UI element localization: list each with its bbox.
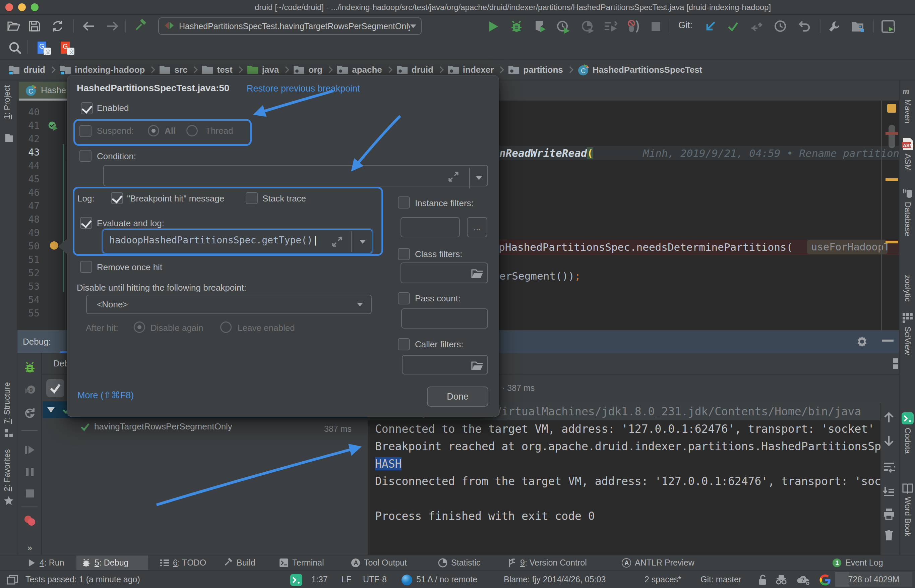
git-commit-button[interactable] [727, 20, 739, 33]
tool-button-build[interactable]: Build [218, 556, 260, 570]
changes-summary[interactable]: 51 Δ / no remote [416, 575, 477, 584]
tool-button-favorites[interactable]: 2: Favorites [2, 449, 12, 491]
breadcrumb-folder[interactable]: test [202, 65, 232, 75]
more-settings-link[interactable]: More (⇧⌘F8) [77, 390, 134, 401]
close-window-button[interactable] [5, 3, 13, 11]
blame-info[interactable]: Blame: fjy 2014/4/26, 05:03 [504, 575, 606, 584]
tool-button-wordbook[interactable]: Word Book [900, 483, 915, 536]
git-branch[interactable]: Git: master [700, 575, 741, 584]
soft-wrap-icon[interactable] [881, 459, 896, 474]
expand-icon[interactable] [448, 171, 459, 183]
test-tree-row[interactable]: havingTargetRowsPerSegmentOnly [79, 422, 232, 432]
tool-button-tool-output[interactable]: A Tool Output [346, 556, 412, 570]
rerun-debugger-icon[interactable]: 9 [23, 384, 37, 398]
tool-button-terminal[interactable]: Terminal [274, 556, 328, 570]
breadcrumb-module[interactable]: indexing-hadoop [59, 65, 145, 75]
project-structure-icon[interactable] [850, 19, 865, 34]
search-icon[interactable] [8, 41, 22, 55]
tool-button-project[interactable]: 1: Project [2, 85, 12, 119]
pass-count-checkbox[interactable] [398, 292, 410, 304]
disable-until-select[interactable]: <None> [86, 295, 372, 314]
forward-icon[interactable] [106, 20, 119, 32]
instance-filters-checkbox[interactable] [398, 197, 410, 208]
chevron-down-icon[interactable] [476, 176, 482, 180]
tool-button-debug[interactable]: 5: Debug [76, 556, 148, 570]
breadcrumb-module[interactable]: druid [8, 65, 45, 75]
done-button[interactable]: Done [427, 386, 488, 407]
open-file-icon[interactable] [7, 20, 20, 32]
editor-scrollbar-thumb[interactable] [889, 125, 895, 148]
tool-button-version-control[interactable]: 9: Version Control [503, 556, 592, 570]
history-icon[interactable] [773, 19, 787, 33]
instance-filters-more-button[interactable]: ... [467, 217, 487, 237]
warning-stripe-mark[interactable] [886, 241, 898, 243]
tool-button-antlr[interactable]: A ANTLR Preview [617, 556, 699, 570]
codota-status-icon[interactable] [290, 573, 303, 586]
git-update-button[interactable] [704, 20, 717, 33]
run-test-gutter-icon[interactable] [48, 121, 58, 131]
breadcrumb-package[interactable]: partitions [508, 65, 563, 75]
settings-wrench-icon[interactable] [827, 19, 841, 34]
breadcrumb-package[interactable]: indexer [447, 65, 494, 75]
remove-once-hit-checkbox[interactable] [80, 261, 92, 273]
maximize-window-button[interactable] [31, 3, 39, 11]
enabled-checkbox[interactable] [81, 102, 93, 114]
tool-button-database[interactable]: Database [900, 188, 915, 236]
tool-button-run[interactable]: 4: Run [22, 556, 69, 570]
run-configuration-select[interactable]: HashedPartitionsSpecTest.havingTargetRow… [158, 18, 422, 35]
breadcrumb-folder[interactable]: src [159, 65, 187, 75]
inspection-status-square[interactable] [887, 104, 896, 113]
scroll-up-icon[interactable] [881, 410, 896, 425]
caller-filters-checkbox[interactable] [398, 338, 410, 351]
tool-button-statistic[interactable]: Statistic [433, 556, 485, 570]
undo-icon[interactable] [797, 19, 811, 33]
memory-indicator[interactable]: 728 of 4029M [835, 572, 912, 586]
caret-position[interactable]: 1:37 [311, 575, 328, 584]
incognito-dictionary-icon[interactable] [775, 574, 788, 586]
breadcrumb-package[interactable]: druid [396, 65, 433, 75]
tree-expand-triangle[interactable] [46, 405, 56, 414]
tool-button-zoolytic[interactable]: zoolytic [900, 275, 915, 302]
disable-again-radio[interactable] [134, 321, 145, 333]
tool-button-structure[interactable]: 7: Structure [2, 382, 12, 424]
changes-sphere-icon[interactable] [401, 574, 413, 586]
instance-filters-input[interactable] [400, 217, 460, 237]
toggle-toolwindows-icon[interactable] [7, 575, 18, 585]
condition-checkbox[interactable] [79, 150, 92, 162]
line-separator[interactable]: LF [342, 575, 351, 584]
preview-run-icon[interactable] [881, 19, 896, 34]
warning-stripe-mark[interactable] [886, 178, 898, 181]
caller-filters-input[interactable] [402, 355, 488, 375]
tool-button-sciview[interactable]: SciView [900, 312, 915, 355]
rerun-icon[interactable] [23, 407, 37, 421]
indent-info[interactable]: 2 spaces* [644, 575, 681, 584]
condition-input[interactable] [103, 165, 488, 186]
debug-button[interactable] [510, 19, 523, 34]
cloud-config-icon[interactable]: ? [796, 574, 811, 586]
hide-tool-window-icon[interactable] [882, 339, 894, 342]
class-filters-checkbox[interactable] [398, 248, 410, 260]
tool-button-asm[interactable]: ASM ASM [900, 137, 915, 171]
unlocked-icon[interactable] [757, 574, 768, 586]
translate-red-icon[interactable]: G文 [59, 40, 76, 57]
status-message[interactable]: Tests passed: 1 (a minute ago) [26, 575, 140, 584]
clear-console-icon[interactable] [881, 528, 896, 543]
build-hammer-icon[interactable] [133, 19, 148, 34]
toolbar-checkbox-icon[interactable] [46, 379, 65, 397]
class-filters-input[interactable] [400, 262, 488, 283]
profiler-button[interactable] [557, 19, 570, 34]
browse-folder-icon[interactable] [471, 268, 483, 279]
leave-enabled-radio[interactable] [220, 321, 232, 333]
breadcrumb-package[interactable]: apache [337, 65, 382, 75]
tool-button-maven[interactable]: m Maven [900, 85, 915, 123]
run-with-coverage-button[interactable] [533, 19, 547, 34]
tool-button-todo[interactable]: 6: TODO [155, 556, 211, 570]
google-icon[interactable] [819, 574, 831, 586]
debug-header-label[interactable]: Debug: [18, 330, 66, 353]
tool-button-codota[interactable]: Codota [900, 412, 915, 454]
minimize-window-button[interactable] [18, 3, 26, 11]
debug-console[interactable]: /Library/Java/JavaVirtualMachines/jdk1.8… [368, 403, 881, 555]
breadcrumb-package[interactable]: org [293, 65, 323, 75]
view-breakpoints-icon[interactable] [23, 513, 37, 527]
save-all-icon[interactable] [28, 20, 41, 32]
